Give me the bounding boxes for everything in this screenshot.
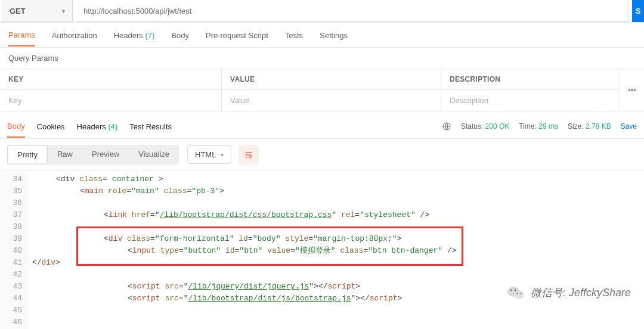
resp-tab-body[interactable]: Body <box>7 114 25 138</box>
url-input[interactable]: http://localhost:5000/api/jwt/test <box>76 0 628 22</box>
tab-authorization[interactable]: Authorization <box>52 24 97 46</box>
code-area: 3435363738394041424344454647 <div class=… <box>0 171 644 329</box>
resp-tab-testresults[interactable]: Test Results <box>129 115 172 137</box>
headers-count: (7) <box>145 31 154 40</box>
view-mode-group: Pretty Raw Preview Visualize <box>7 145 179 164</box>
size-block: Size: 2.78 KB <box>568 122 611 131</box>
chevron-down-icon: ▾ <box>62 8 65 14</box>
status-block: Status: 200 OK <box>461 122 509 131</box>
th-value: VALUE <box>222 69 441 90</box>
response-bar: Body Cookies Headers (4) Test Results St… <box>0 114 644 139</box>
watermark: 微信号: JeffckyShare <box>507 285 631 300</box>
save-response-button[interactable]: Save <box>621 122 637 131</box>
value-input[interactable]: Value <box>222 90 441 111</box>
lang-label: HTML <box>195 150 216 159</box>
code-lines[interactable]: <div class= container > <main role="main… <box>27 171 644 329</box>
watermark-text: 微信号: JeffckyShare <box>531 285 631 300</box>
params-table: KEY Key VALUE Value DESCRIPTION Descript… <box>0 69 644 111</box>
view-raw[interactable]: Raw <box>48 145 82 164</box>
url-value: http://localhost:5000/api/jwt/test <box>83 7 191 15</box>
wrap-lines-button[interactable] <box>239 145 259 164</box>
svg-point-3 <box>510 290 512 291</box>
lang-select[interactable]: HTML ▾ <box>187 145 231 164</box>
svg-point-2 <box>514 290 524 299</box>
th-desc: DESCRIPTION <box>441 69 620 90</box>
query-params-label: Query Params <box>0 48 644 69</box>
wechat-icon <box>507 285 525 300</box>
svg-point-6 <box>520 293 521 294</box>
request-tabs: Params Authorization Headers (7) Body Pr… <box>0 23 644 48</box>
th-key: KEY <box>0 69 221 90</box>
tab-params[interactable]: Params <box>8 23 35 46</box>
resp-tab-headers[interactable]: Headers (4) <box>77 115 118 137</box>
send-label: S <box>636 7 641 15</box>
desc-input[interactable]: Description <box>441 90 620 111</box>
line-gutter: 3435363738394041424344454647 <box>0 171 27 329</box>
svg-point-5 <box>516 293 518 294</box>
view-visualize[interactable]: Visualize <box>129 145 179 164</box>
globe-icon[interactable] <box>442 122 451 131</box>
resp-headers-count: (4) <box>108 122 117 131</box>
view-pretty[interactable]: Pretty <box>7 145 48 164</box>
svg-point-4 <box>515 290 516 291</box>
more-columns-icon[interactable]: ••• <box>620 69 644 111</box>
chevron-down-icon: ▾ <box>221 151 224 158</box>
view-preview[interactable]: Preview <box>82 145 129 164</box>
http-method-select[interactable]: GET ▾ <box>1 0 73 22</box>
resp-tab-cookies[interactable]: Cookies <box>37 115 65 137</box>
tab-settings[interactable]: Settings <box>320 24 348 46</box>
viewer-controls: Pretty Raw Preview Visualize HTML ▾ <box>0 139 644 171</box>
method-label: GET <box>10 7 26 15</box>
send-button[interactable]: S <box>632 0 644 22</box>
tab-prerequest[interactable]: Pre-request Script <box>206 24 268 46</box>
tab-headers[interactable]: Headers (7) <box>114 24 155 46</box>
key-input[interactable]: Key <box>0 90 221 111</box>
tab-body[interactable]: Body <box>171 24 189 46</box>
tab-tests[interactable]: Tests <box>285 24 303 46</box>
time-block: Time: 29 ms <box>519 122 558 131</box>
